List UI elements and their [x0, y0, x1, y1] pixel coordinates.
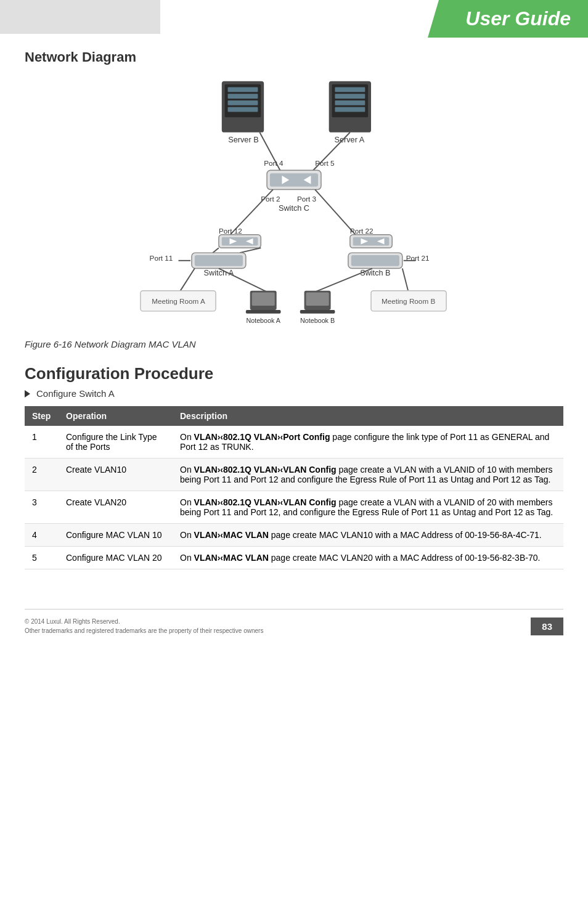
server-b-label: Server B	[228, 136, 258, 144]
figure-caption: Figure 6-16 Network Diagram MAC VLAN	[25, 339, 563, 349]
table-cell-description: On VLAN›‹MAC VLAN page create MAC VLAN20…	[173, 547, 563, 569]
svg-rect-26	[195, 255, 243, 266]
port12-label: Port 12	[219, 227, 242, 235]
port5-label: Port 5	[315, 159, 335, 167]
table-row: 1Configure the Link Type of the PortsOn …	[25, 426, 563, 459]
page-header: User Guide	[0, 0, 588, 43]
footer-page-number: 83	[531, 618, 563, 635]
switch-b-label: Switch B	[360, 269, 390, 277]
table-cell-step: 1	[25, 426, 59, 459]
page-footer: © 2014 Luxul. All Rights Reserved. Other…	[25, 609, 563, 635]
table-header-step: Step	[25, 406, 59, 426]
port3-label: Port 3	[297, 195, 316, 203]
svg-line-30	[179, 269, 194, 292]
table-cell-operation: Configure MAC VLAN 20	[59, 547, 173, 569]
table-cell-operation: Configure the Link Type of the Ports	[59, 426, 173, 459]
notebook-b-label: Notebook B	[300, 317, 335, 324]
network-diagram-svg: Server B Server A Port 4 Port 5	[84, 75, 504, 334]
table-cell-step: 3	[25, 491, 59, 524]
table-cell-operation: Create VLAN10	[59, 459, 173, 491]
port22-label: Port 22	[350, 227, 374, 235]
bullet-triangle-icon	[25, 390, 30, 397]
table-cell-description: On VLAN›‹802.1Q VLAN›‹VLAN Config page c…	[173, 459, 563, 491]
svg-rect-6	[335, 94, 365, 99]
config-title: Configuration Procedure	[25, 364, 563, 383]
table-cell-step: 5	[25, 547, 59, 569]
main-content: Network Diagram Server B Server A Por	[0, 43, 588, 609]
config-table: Step Operation Description 1Configure th…	[25, 406, 563, 569]
table-row: 4Configure MAC VLAN 10On VLAN›‹MAC VLAN …	[25, 524, 563, 547]
table-cell-description: On VLAN›‹802.1Q VLAN›‹Port Config page c…	[173, 426, 563, 459]
svg-rect-1	[228, 94, 258, 99]
svg-rect-35	[246, 310, 281, 314]
footer-copyright: © 2014 Luxul. All Rights Reserved. Other…	[25, 617, 263, 635]
switch-c-label: Switch C	[279, 204, 309, 213]
config-subtitle: Configure Switch A	[25, 388, 563, 399]
table-cell-step: 4	[25, 524, 59, 547]
svg-rect-8	[335, 107, 365, 112]
svg-line-24	[213, 248, 219, 253]
network-diagram-title: Network Diagram	[25, 49, 563, 65]
svg-rect-34	[252, 293, 275, 306]
svg-line-25	[240, 248, 261, 253]
page-title: User Guide	[428, 0, 588, 38]
svg-rect-36	[306, 293, 329, 306]
svg-rect-7	[335, 100, 365, 105]
svg-rect-3	[228, 107, 258, 112]
table-row: 2Create VLAN10On VLAN›‹802.1Q VLAN›‹VLAN…	[25, 459, 563, 491]
table-cell-operation: Create VLAN20	[59, 491, 173, 524]
svg-rect-2	[228, 100, 258, 105]
svg-rect-37	[300, 310, 335, 314]
meeting-room-b-label: Meeting Room B	[382, 297, 435, 305]
port11-label: Port 11	[150, 254, 173, 262]
table-row: 3Create VLAN20On VLAN›‹802.1Q VLAN›‹VLAN…	[25, 491, 563, 524]
svg-line-32	[315, 269, 372, 292]
svg-rect-28	[351, 255, 399, 266]
table-header-operation: Operation	[59, 406, 173, 426]
table-row: 5Configure MAC VLAN 20On VLAN›‹MAC VLAN …	[25, 547, 563, 569]
table-cell-operation: Configure MAC VLAN 10	[59, 524, 173, 547]
svg-rect-0	[228, 88, 258, 92]
meeting-room-a-label: Meeting Room A	[152, 297, 205, 305]
notebook-a-label: Notebook A	[246, 317, 280, 324]
port4-label: Port 4	[264, 159, 284, 167]
table-cell-description: On VLAN›‹802.1Q VLAN›‹VLAN Config page c…	[173, 491, 563, 524]
svg-line-31	[219, 269, 267, 292]
table-cell-step: 2	[25, 459, 59, 491]
table-cell-description: On VLAN›‹MAC VLAN page create MAC VLAN10…	[173, 524, 563, 547]
table-header-description: Description	[173, 406, 563, 426]
svg-line-33	[402, 269, 409, 292]
svg-rect-5	[335, 88, 365, 92]
logo-area	[0, 0, 160, 34]
diagram-container: Server B Server A Port 4 Port 5	[25, 75, 563, 334]
